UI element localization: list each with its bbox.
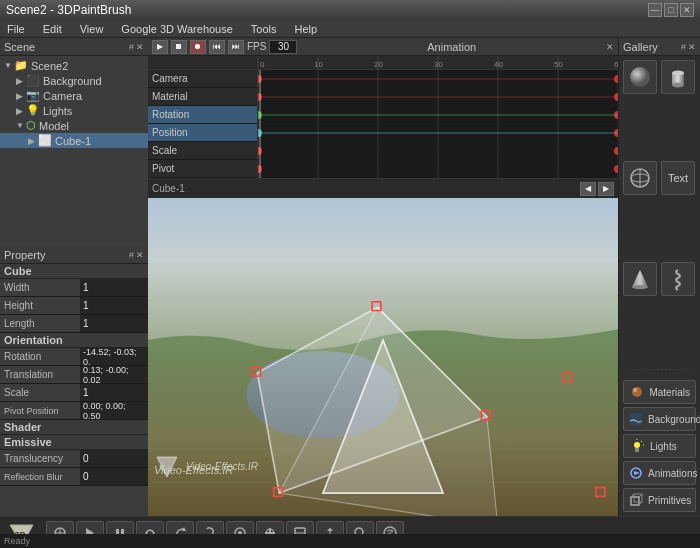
property-close-button[interactable]: ✕ — [136, 250, 144, 260]
menu-edit[interactable]: Edit — [40, 23, 65, 35]
prop-value-height[interactable]: 1 — [80, 297, 148, 314]
menu-tools[interactable]: Tools — [248, 23, 280, 35]
anim-stop-button[interactable]: ⏹ — [171, 40, 187, 54]
gallery-btn-animations[interactable]: Animations — [623, 461, 696, 485]
prop-label-length: Length — [0, 318, 80, 329]
gallery-btn-materials-label: Materials — [649, 387, 690, 398]
prop-section-emissive: Emissive — [0, 435, 148, 450]
svg-text:40: 40 — [494, 60, 503, 69]
track-pivot[interactable]: Pivot — [148, 160, 257, 178]
anim-timeline[interactable]: 0 10 20 30 40 50 60 — [258, 56, 618, 178]
scene-close-button[interactable]: ✕ — [136, 42, 144, 52]
prop-row-translation: Translation 0.13; -0.00; 0.02 — [0, 366, 148, 384]
scene-panel-buttons: # ✕ — [129, 42, 144, 52]
maximize-button[interactable]: □ — [664, 3, 678, 17]
svg-point-70 — [633, 388, 637, 392]
scene-pin-button[interactable]: # — [129, 42, 134, 52]
gallery-item-text[interactable]: Text — [661, 161, 695, 195]
timeline-ruler: 0 10 20 30 40 50 60 — [258, 56, 618, 70]
anim-panel-close-button[interactable]: ✕ — [606, 42, 614, 52]
tree-item-model[interactable]: ▼ ⬡ Model — [0, 118, 148, 133]
close-button[interactable]: ✕ — [680, 3, 694, 17]
bg-icon: ⬛ — [26, 74, 40, 87]
property-pin-button[interactable]: # — [129, 250, 134, 260]
tree-item-lights[interactable]: ▶ 💡 Lights — [0, 103, 148, 118]
tree-item-camera[interactable]: ▶ 📷 Camera — [0, 88, 148, 103]
svg-rect-79 — [631, 497, 639, 505]
gallery-pin-button[interactable]: # — [681, 42, 686, 52]
prop-value-translation[interactable]: 0.13; -0.00; 0.02 — [80, 366, 148, 383]
tree-label-camera: Camera — [43, 90, 82, 102]
anim-next-button[interactable]: ⏭ — [228, 40, 244, 54]
anim-play-button[interactable]: ▶ — [152, 40, 168, 54]
track-camera[interactable]: Camera — [148, 70, 257, 88]
anim-record-button[interactable]: ⏺ — [190, 40, 206, 54]
anim-content: Camera Material Rotation Position Scale … — [148, 56, 618, 178]
menu-google3dwarehouse[interactable]: Google 3D Warehouse — [118, 23, 236, 35]
lights-icon — [629, 438, 645, 454]
menubar: File Edit View Google 3D Warehouse Tools… — [0, 20, 700, 38]
gallery-item-sphere-outline[interactable] — [623, 161, 657, 195]
tree-item-cube1[interactable]: ▶ ⬜ Cube-1 — [0, 133, 148, 148]
menu-file[interactable]: File — [4, 23, 28, 35]
prop-section-cube: Cube — [0, 264, 148, 279]
menu-help[interactable]: Help — [292, 23, 321, 35]
gallery-item-spring[interactable] — [661, 262, 695, 296]
fps-label: FPS — [247, 41, 266, 52]
anim-footer-prev[interactable]: ◀ — [580, 182, 596, 196]
cube-icon: ⬜ — [38, 134, 52, 147]
prop-value-rotation[interactable]: -14.52; -0.03; 0. — [80, 348, 148, 365]
ruler-svg: 0 10 20 30 40 50 60 — [258, 56, 618, 70]
tree-item-background[interactable]: ▶ ⬛ Background — [0, 73, 148, 88]
tree-label-scene2: Scene2 — [31, 60, 68, 72]
gallery-item-sphere-solid[interactable] — [623, 60, 657, 94]
scene-panel-title: Scene — [4, 41, 35, 53]
gallery-btn-backgrounds[interactable]: Backgrounds — [623, 407, 696, 431]
model-icon: ⬡ — [26, 119, 36, 132]
gallery-btn-animations-label: Animations — [648, 468, 697, 479]
track-position[interactable]: Position — [148, 124, 257, 142]
prop-value-length[interactable]: 1 — [80, 315, 148, 332]
prop-value-width[interactable]: 1 — [80, 279, 148, 296]
tree-item-scene2[interactable]: ▼ 📁 Scene2 — [0, 58, 148, 73]
materials-icon — [629, 384, 644, 400]
gallery-btn-lights[interactable]: Lights — [623, 434, 696, 458]
prop-row-length: Length 1 — [0, 315, 148, 333]
gallery-header-buttons: # ✕ — [681, 42, 696, 52]
prop-label-width: Width — [0, 282, 80, 293]
anim-header: ▶ ⏹ ⏺ ⏮ ⏭ FPS 30 Animation ✕ — [148, 38, 618, 56]
cone-icon — [628, 267, 652, 291]
prop-value-scale[interactable]: 1 — [80, 384, 148, 401]
gallery-text-label: Text — [668, 172, 688, 184]
track-material[interactable]: Material — [148, 88, 257, 106]
prop-value-translucency[interactable]: 0 — [80, 450, 148, 467]
track-scale[interactable]: Scale — [148, 142, 257, 160]
titlebar: Scene2 - 3DPaintBrush — □ ✕ — [0, 0, 700, 20]
prop-label-translation: Translation — [0, 369, 80, 380]
anim-prev-button[interactable]: ⏮ — [209, 40, 225, 54]
gallery-item-cone[interactable] — [623, 262, 657, 296]
fps-value[interactable]: 30 — [269, 40, 297, 54]
svg-marker-78 — [634, 471, 640, 475]
gallery-btn-lights-label: Lights — [650, 441, 677, 452]
viewport[interactable]: Video-Effects.IR V Video-Effects.IR — [148, 198, 618, 516]
gallery-btn-materials[interactable]: Materials — [623, 380, 696, 404]
anim-footer-next[interactable]: ▶ — [598, 182, 614, 196]
gallery-close-button[interactable]: ✕ — [688, 42, 696, 52]
title-text: Scene2 - 3DPaintBrush — [6, 3, 131, 17]
gallery-header: Gallery # ✕ — [619, 38, 700, 56]
gallery-btn-primitives[interactable]: Primitives — [623, 488, 696, 512]
track-rotation[interactable]: Rotation — [148, 106, 257, 124]
prop-value-pivot[interactable]: 0.00; 0.00; 0.50 — [80, 402, 148, 419]
svg-rect-76 — [635, 448, 639, 452]
gallery-btn-primitives-label: Primitives — [648, 495, 691, 506]
tree-label-background: Background — [43, 75, 102, 87]
gallery-item-cylinder[interactable] — [661, 60, 695, 94]
prop-label-rotation: Rotation — [0, 351, 80, 362]
prop-value-reflection-blur[interactable]: 0 — [80, 468, 148, 485]
menu-view[interactable]: View — [77, 23, 107, 35]
minimize-button[interactable]: — — [648, 3, 662, 17]
prop-row-translucency: Translucency 0 — [0, 450, 148, 468]
expand-camera: ▶ — [16, 91, 26, 101]
gallery-items: Text — [619, 56, 700, 363]
